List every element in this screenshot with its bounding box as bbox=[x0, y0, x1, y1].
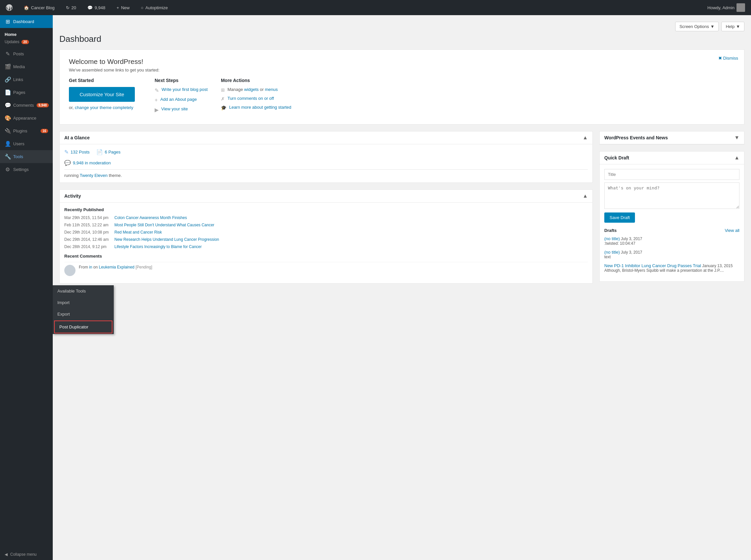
collapse-menu[interactable]: ◀ Collapse menu bbox=[0, 549, 53, 560]
comments-glance-icon: 💬 bbox=[64, 160, 71, 166]
commenter-link[interactable]: in bbox=[89, 265, 92, 269]
draft-1-link[interactable]: (no title) bbox=[604, 236, 620, 241]
sidebar-item-pages[interactable]: 📄 Pages bbox=[0, 86, 53, 99]
help-btn[interactable]: Help ▼ bbox=[721, 22, 745, 31]
post-5-link[interactable]: Lifestyle Factors Increasingly to Blame … bbox=[114, 244, 202, 249]
help-arrow: ▼ bbox=[736, 24, 740, 29]
turn-comments-link[interactable]: Turn comments on or off bbox=[228, 96, 274, 101]
comment-post-link[interactable]: Leukemia Explained bbox=[99, 265, 135, 269]
sidebar-updates[interactable]: Updates 20 bbox=[0, 39, 53, 47]
avatar bbox=[736, 3, 745, 12]
posts-glance-icon: ✎ bbox=[64, 149, 69, 155]
tools-submenu: Available Tools Import Export Post Dupli… bbox=[53, 285, 114, 334]
users-icon: 👤 bbox=[5, 141, 11, 147]
sidebar-item-plugins[interactable]: 🔌 Plugins 16 bbox=[0, 124, 53, 137]
quick-draft-header[interactable]: Quick Draft ▲ bbox=[600, 152, 744, 164]
drafts-header: Drafts View all bbox=[604, 228, 739, 233]
wp-events-toggle[interactable]: ▼ bbox=[734, 135, 739, 141]
post-4-link[interactable]: New Research Helps Understand Lung Cance… bbox=[114, 237, 219, 242]
change-theme-link[interactable]: change your theme completely bbox=[75, 105, 133, 110]
sidebar-item-settings[interactable]: ⚙ Settings bbox=[0, 163, 53, 176]
save-draft-button[interactable]: Save Draft bbox=[604, 213, 635, 223]
comments-menu-icon: 💬 bbox=[5, 102, 11, 108]
at-a-glance-title: At a Glance bbox=[64, 135, 90, 140]
site-name[interactable]: 🏠 Cancer Blog bbox=[21, 0, 57, 15]
widgets-link[interactable]: widgets bbox=[244, 87, 259, 92]
menus-link[interactable]: menus bbox=[265, 87, 277, 92]
draft-3-link[interactable]: New PD-1 Inhibitor Lung Cancer Drug Pass… bbox=[604, 263, 701, 268]
wp-events-widget: WordPress Events and News ▼ bbox=[599, 131, 745, 145]
view-site-link[interactable]: View your site bbox=[161, 106, 188, 111]
wp-logo[interactable] bbox=[3, 0, 15, 15]
post-1-link[interactable]: Colon Cancer Awareness Month Finishes bbox=[114, 216, 187, 220]
add-about-icon: + bbox=[155, 97, 158, 103]
new-content[interactable]: + New bbox=[114, 0, 133, 15]
glance-stats: ✎ 132 Posts 📄 6 Pages bbox=[64, 149, 588, 155]
draft-item-3: New PD-1 Inhibitor Lung Cancer Drug Pass… bbox=[604, 263, 739, 273]
updates-link[interactable]: ↻ 20 bbox=[63, 0, 79, 15]
wp-events-title: WordPress Events and News bbox=[604, 135, 668, 140]
posts-count-link[interactable]: 132 Posts bbox=[71, 149, 90, 155]
comments-moderation-stat: 💬 9,948 in moderation bbox=[64, 160, 588, 166]
activity-widget: Activity ▲ Recently Published Mar 29th 2… bbox=[59, 189, 593, 284]
comment-item-1: From in on Leukemia Explained [Pending] bbox=[64, 262, 588, 279]
welcome-get-started: Get Started Customize Your Site or, chan… bbox=[69, 78, 141, 116]
activity-body: Recently Published Mar 29th 2015, 11:54 … bbox=[60, 203, 593, 283]
screen-options-arrow: ▼ bbox=[710, 24, 715, 29]
dashboard-icon: ⊞ bbox=[5, 18, 11, 25]
learn-more-link[interactable]: Learn more about getting started bbox=[229, 105, 291, 110]
quick-draft-toggle[interactable]: ▲ bbox=[734, 155, 739, 161]
post-2-link[interactable]: Most People Still Don't Understand What … bbox=[114, 223, 214, 227]
sidebar-item-users[interactable]: 👤 Users bbox=[0, 137, 53, 150]
collapse-icon: ◀ bbox=[5, 552, 7, 557]
add-about-link[interactable]: Add an About page bbox=[160, 97, 197, 102]
quick-draft-title-input[interactable] bbox=[604, 169, 739, 180]
at-a-glance-header[interactable]: At a Glance ▲ bbox=[60, 132, 593, 144]
user-menu[interactable]: Howdy, Admin bbox=[705, 0, 748, 15]
sidebar-item-appearance[interactable]: 🎨 Appearance bbox=[0, 112, 53, 124]
tools-available[interactable]: Available Tools bbox=[53, 285, 114, 297]
page-title: Dashboard bbox=[59, 34, 745, 44]
customize-btn[interactable]: Customize Your Site bbox=[69, 87, 135, 102]
quick-draft-body: Save Draft Drafts View all (no title) Ju… bbox=[600, 164, 744, 281]
activity-header[interactable]: Activity ▲ bbox=[60, 190, 593, 203]
comments-mod-link[interactable]: 9,948 in moderation bbox=[73, 160, 111, 165]
autoptimize[interactable]: ○ Autoptimize bbox=[138, 0, 170, 15]
write-post-icon: ✎ bbox=[155, 87, 159, 94]
tools-post-duplicator[interactable]: Post Duplicator bbox=[54, 321, 112, 333]
draft-2-link[interactable]: (no title) bbox=[604, 250, 620, 255]
commenter-avatar bbox=[64, 265, 76, 276]
sidebar-item-media[interactable]: 🎬 Media bbox=[0, 60, 53, 73]
pages-icon: 📄 bbox=[5, 89, 11, 96]
welcome-next-steps: Next Steps ✎ Write your first blog post … bbox=[155, 78, 208, 116]
dismiss-button[interactable]: ✖ Dismiss bbox=[718, 56, 738, 61]
screen-options-btn[interactable]: Screen Options ▼ bbox=[675, 22, 719, 31]
sidebar-item-dashboard[interactable]: ⊞ Dashboard bbox=[0, 15, 53, 28]
tools-import[interactable]: Import bbox=[53, 297, 114, 308]
sidebar-item-comments[interactable]: 💬 Comments 9,948 bbox=[0, 99, 53, 112]
activity-toggle[interactable]: ▲ bbox=[582, 193, 588, 199]
theme-link[interactable]: Twenty Eleven bbox=[80, 173, 108, 178]
plugins-badge: 16 bbox=[41, 129, 48, 133]
dismiss-icon: ✖ bbox=[718, 56, 722, 61]
sidebar-item-tools[interactable]: 🔧 Tools bbox=[0, 150, 53, 163]
updates-badge: 20 bbox=[21, 40, 29, 44]
at-a-glance-toggle[interactable]: ▲ bbox=[582, 135, 588, 141]
posts-icon: ✎ bbox=[5, 51, 11, 57]
tools-export[interactable]: Export bbox=[53, 308, 114, 320]
activity-post-1: Mar 29th 2015, 11:54 pm Colon Cancer Awa… bbox=[64, 216, 588, 220]
view-all-link[interactable]: View all bbox=[725, 228, 739, 233]
post-3-link[interactable]: Red Meat and Cancer Risk bbox=[114, 230, 162, 235]
quick-draft-content-input[interactable] bbox=[604, 182, 739, 209]
plugins-icon: 🔌 bbox=[5, 128, 11, 134]
sidebar-item-links[interactable]: 🔗 Links bbox=[0, 73, 53, 86]
sidebar-item-posts[interactable]: ✎ Posts bbox=[0, 47, 53, 60]
action-comments: ✗ Turn comments on or off bbox=[221, 96, 291, 101]
appearance-icon: 🎨 bbox=[5, 115, 11, 121]
wp-events-header[interactable]: WordPress Events and News ▼ bbox=[600, 132, 744, 144]
pages-count-link[interactable]: 6 Pages bbox=[105, 149, 121, 155]
theme-info: running Twenty Eleven theme. bbox=[64, 173, 588, 178]
comments-link[interactable]: 💬 9,948 bbox=[85, 0, 108, 15]
write-post-link[interactable]: Write your first blog post bbox=[161, 87, 208, 92]
admin-menu: ⊞ Dashboard Home Updates 20 ✎ Posts 🎬 Me… bbox=[0, 15, 53, 560]
